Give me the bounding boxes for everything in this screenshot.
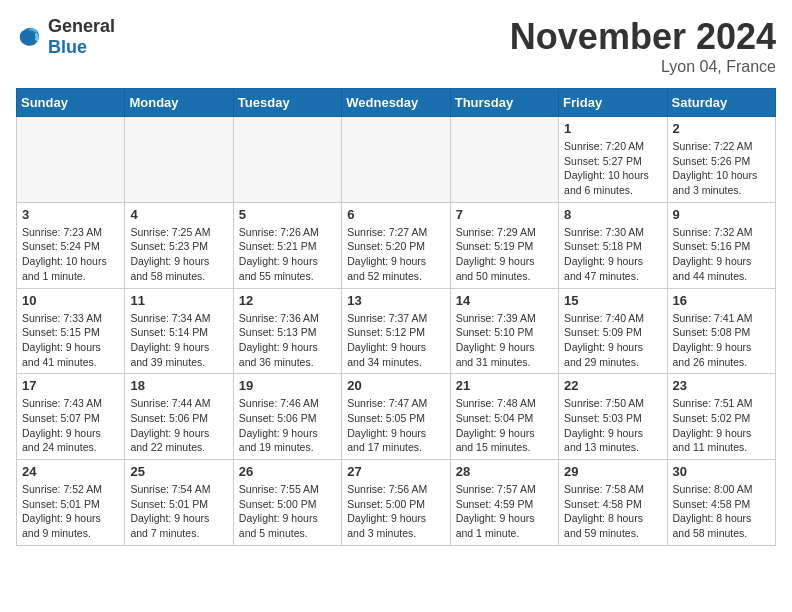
day-number: 19 [239,378,336,393]
day-cell-29: 29Sunrise: 7:58 AMSunset: 4:58 PMDayligh… [559,460,667,546]
day-number: 8 [564,207,661,222]
week-row-5: 24Sunrise: 7:52 AMSunset: 5:01 PMDayligh… [17,460,776,546]
day-cell-17: 17Sunrise: 7:43 AMSunset: 5:07 PMDayligh… [17,374,125,460]
day-number: 16 [673,293,770,308]
day-info: Sunrise: 7:50 AMSunset: 5:03 PMDaylight:… [564,396,661,455]
day-cell-9: 9Sunrise: 7:32 AMSunset: 5:16 PMDaylight… [667,202,775,288]
col-saturday: Saturday [667,89,775,117]
day-number: 15 [564,293,661,308]
day-info: Sunrise: 7:27 AMSunset: 5:20 PMDaylight:… [347,225,444,284]
day-number: 3 [22,207,119,222]
day-info: Sunrise: 7:37 AMSunset: 5:12 PMDaylight:… [347,311,444,370]
day-number: 2 [673,121,770,136]
day-number: 13 [347,293,444,308]
day-cell-1: 1Sunrise: 7:20 AMSunset: 5:27 PMDaylight… [559,117,667,203]
logo-general-text: General [48,16,115,37]
day-cell-6: 6Sunrise: 7:27 AMSunset: 5:20 PMDaylight… [342,202,450,288]
day-number: 28 [456,464,553,479]
day-info: Sunrise: 7:58 AMSunset: 4:58 PMDaylight:… [564,482,661,541]
day-cell-4: 4Sunrise: 7:25 AMSunset: 5:23 PMDaylight… [125,202,233,288]
week-row-1: 1Sunrise: 7:20 AMSunset: 5:27 PMDaylight… [17,117,776,203]
day-cell-22: 22Sunrise: 7:50 AMSunset: 5:03 PMDayligh… [559,374,667,460]
day-cell-7: 7Sunrise: 7:29 AMSunset: 5:19 PMDaylight… [450,202,558,288]
day-number: 10 [22,293,119,308]
day-number: 5 [239,207,336,222]
day-number: 6 [347,207,444,222]
day-number: 9 [673,207,770,222]
col-friday: Friday [559,89,667,117]
day-number: 20 [347,378,444,393]
week-row-3: 10Sunrise: 7:33 AMSunset: 5:15 PMDayligh… [17,288,776,374]
day-cell-20: 20Sunrise: 7:47 AMSunset: 5:05 PMDayligh… [342,374,450,460]
day-cell-empty [233,117,341,203]
day-number: 23 [673,378,770,393]
day-cell-12: 12Sunrise: 7:36 AMSunset: 5:13 PMDayligh… [233,288,341,374]
day-number: 25 [130,464,227,479]
day-cell-28: 28Sunrise: 7:57 AMSunset: 4:59 PMDayligh… [450,460,558,546]
day-info: Sunrise: 7:43 AMSunset: 5:07 PMDaylight:… [22,396,119,455]
title-block: November 2024 Lyon 04, France [510,16,776,76]
day-number: 11 [130,293,227,308]
day-cell-30: 30Sunrise: 8:00 AMSunset: 4:58 PMDayligh… [667,460,775,546]
day-info: Sunrise: 7:48 AMSunset: 5:04 PMDaylight:… [456,396,553,455]
week-row-2: 3Sunrise: 7:23 AMSunset: 5:24 PMDaylight… [17,202,776,288]
day-info: Sunrise: 7:25 AMSunset: 5:23 PMDaylight:… [130,225,227,284]
day-info: Sunrise: 7:34 AMSunset: 5:14 PMDaylight:… [130,311,227,370]
logo-icon [16,23,44,51]
day-cell-14: 14Sunrise: 7:39 AMSunset: 5:10 PMDayligh… [450,288,558,374]
day-number: 22 [564,378,661,393]
day-number: 18 [130,378,227,393]
day-number: 14 [456,293,553,308]
day-number: 12 [239,293,336,308]
day-info: Sunrise: 7:46 AMSunset: 5:06 PMDaylight:… [239,396,336,455]
day-info: Sunrise: 7:26 AMSunset: 5:21 PMDaylight:… [239,225,336,284]
day-info: Sunrise: 7:29 AMSunset: 5:19 PMDaylight:… [456,225,553,284]
calendar-header-row: Sunday Monday Tuesday Wednesday Thursday… [17,89,776,117]
week-row-4: 17Sunrise: 7:43 AMSunset: 5:07 PMDayligh… [17,374,776,460]
day-cell-18: 18Sunrise: 7:44 AMSunset: 5:06 PMDayligh… [125,374,233,460]
day-number: 21 [456,378,553,393]
day-info: Sunrise: 7:41 AMSunset: 5:08 PMDaylight:… [673,311,770,370]
day-info: Sunrise: 7:57 AMSunset: 4:59 PMDaylight:… [456,482,553,541]
day-cell-empty [450,117,558,203]
day-cell-empty [125,117,233,203]
day-info: Sunrise: 7:33 AMSunset: 5:15 PMDaylight:… [22,311,119,370]
calendar-table: Sunday Monday Tuesday Wednesday Thursday… [16,88,776,546]
day-cell-27: 27Sunrise: 7:56 AMSunset: 5:00 PMDayligh… [342,460,450,546]
logo-blue-text: Blue [48,37,87,57]
day-info: Sunrise: 7:32 AMSunset: 5:16 PMDaylight:… [673,225,770,284]
logo: General Blue [16,16,115,58]
day-cell-19: 19Sunrise: 7:46 AMSunset: 5:06 PMDayligh… [233,374,341,460]
day-info: Sunrise: 7:23 AMSunset: 5:24 PMDaylight:… [22,225,119,284]
day-info: Sunrise: 7:36 AMSunset: 5:13 PMDaylight:… [239,311,336,370]
day-info: Sunrise: 7:56 AMSunset: 5:00 PMDaylight:… [347,482,444,541]
day-cell-11: 11Sunrise: 7:34 AMSunset: 5:14 PMDayligh… [125,288,233,374]
day-number: 7 [456,207,553,222]
day-cell-empty [342,117,450,203]
day-number: 27 [347,464,444,479]
col-wednesday: Wednesday [342,89,450,117]
day-cell-23: 23Sunrise: 7:51 AMSunset: 5:02 PMDayligh… [667,374,775,460]
day-info: Sunrise: 7:20 AMSunset: 5:27 PMDaylight:… [564,139,661,198]
day-info: Sunrise: 7:44 AMSunset: 5:06 PMDaylight:… [130,396,227,455]
day-cell-2: 2Sunrise: 7:22 AMSunset: 5:26 PMDaylight… [667,117,775,203]
day-number: 4 [130,207,227,222]
day-cell-8: 8Sunrise: 7:30 AMSunset: 5:18 PMDaylight… [559,202,667,288]
location-label: Lyon 04, France [510,58,776,76]
day-info: Sunrise: 7:54 AMSunset: 5:01 PMDaylight:… [130,482,227,541]
col-thursday: Thursday [450,89,558,117]
day-cell-21: 21Sunrise: 7:48 AMSunset: 5:04 PMDayligh… [450,374,558,460]
day-number: 24 [22,464,119,479]
day-info: Sunrise: 7:22 AMSunset: 5:26 PMDaylight:… [673,139,770,198]
day-number: 30 [673,464,770,479]
day-cell-5: 5Sunrise: 7:26 AMSunset: 5:21 PMDaylight… [233,202,341,288]
day-cell-empty [17,117,125,203]
day-number: 29 [564,464,661,479]
col-tuesday: Tuesday [233,89,341,117]
day-cell-16: 16Sunrise: 7:41 AMSunset: 5:08 PMDayligh… [667,288,775,374]
day-info: Sunrise: 7:39 AMSunset: 5:10 PMDaylight:… [456,311,553,370]
month-title: November 2024 [510,16,776,58]
day-info: Sunrise: 8:00 AMSunset: 4:58 PMDaylight:… [673,482,770,541]
day-cell-15: 15Sunrise: 7:40 AMSunset: 5:09 PMDayligh… [559,288,667,374]
day-number: 17 [22,378,119,393]
